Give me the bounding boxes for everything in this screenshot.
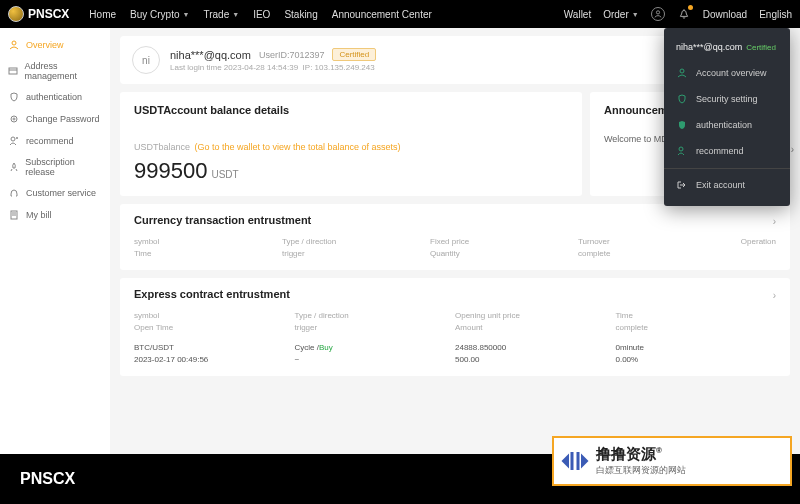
card-icon	[8, 65, 19, 77]
logo-icon	[8, 6, 24, 22]
caret-down-icon: ▼	[632, 11, 639, 18]
nav-staking[interactable]: Staking	[284, 9, 317, 20]
svg-rect-14	[571, 452, 574, 470]
dropdown-exit[interactable]: Exit account	[664, 168, 790, 198]
sidebar-auth[interactable]: authentication	[0, 86, 110, 108]
caret-down-icon: ▼	[232, 11, 239, 18]
user-email: niha***@qq.com	[170, 49, 251, 61]
dropdown-security[interactable]: Security setting	[664, 86, 790, 112]
exit-icon	[676, 179, 688, 191]
shield-icon	[676, 93, 688, 105]
svg-point-5	[13, 118, 15, 120]
chevron-right-icon[interactable]: ›	[773, 290, 776, 301]
dropdown-auth[interactable]: authentication	[664, 112, 790, 138]
brand-logo[interactable]: PNSCX	[8, 6, 69, 22]
svg-point-12	[680, 69, 684, 73]
nav-order[interactable]: Order▼	[603, 9, 639, 20]
sidebar-recommend[interactable]: recommend	[0, 130, 110, 152]
balance-title: USDTAccount balance details	[134, 104, 568, 116]
check-shield-icon	[676, 119, 688, 131]
wallet-link[interactable]: (Go to the wallet to view the total bala…	[194, 142, 400, 152]
sidebar: Overview Address management authenticati…	[0, 28, 110, 454]
sidebar-address[interactable]: Address management	[0, 56, 110, 86]
certified-badge: Certified	[332, 48, 376, 61]
sidebar-change-password[interactable]: Change Password	[0, 108, 110, 130]
user-icon[interactable]	[651, 7, 665, 21]
main-content: ni niha***@qq.com UserID:7012397 Certifi…	[110, 28, 800, 454]
notification-dot	[688, 5, 693, 10]
currency-entrust-panel: Currency transaction entrustment › symbo…	[120, 204, 790, 270]
doc-icon	[8, 209, 20, 221]
headset-icon	[8, 187, 20, 199]
user-icon	[8, 39, 20, 51]
svg-point-1	[12, 41, 16, 45]
dropdown-email: niha***@qq.comCertified	[664, 36, 790, 60]
sidebar-customer[interactable]: Customer service	[0, 182, 110, 204]
watermark-icon	[560, 446, 590, 476]
nav-home[interactable]: Home	[89, 9, 116, 20]
gear-icon	[8, 113, 20, 125]
user-icon	[676, 67, 688, 79]
nav-announcement[interactable]: Announcement Center	[332, 9, 432, 20]
balance-amount: 999500USDT	[134, 158, 568, 184]
brand-name: PNSCX	[28, 7, 69, 21]
invite-icon	[676, 145, 688, 157]
sidebar-subscription[interactable]: Subscription release	[0, 152, 110, 182]
sidebar-overview[interactable]: Overview	[0, 34, 110, 56]
nav-wallet[interactable]: Wallet	[564, 9, 591, 20]
invite-icon	[8, 135, 20, 147]
nav-trade[interactable]: Trade▼	[203, 9, 239, 20]
svg-rect-2	[9, 68, 17, 74]
nav-ieo[interactable]: IEO	[253, 9, 270, 20]
bell-icon[interactable]	[677, 7, 691, 21]
svg-point-13	[679, 147, 683, 151]
sidebar-bill[interactable]: My bill	[0, 204, 110, 226]
caret-down-icon: ▼	[183, 11, 190, 18]
footer-brand: PNSCX	[20, 470, 75, 488]
balance-panel: USDTAccount balance details USDTbalance …	[120, 92, 582, 196]
rocket-icon	[8, 161, 19, 173]
avatar: ni	[132, 46, 160, 74]
nav-download[interactable]: Download	[703, 9, 747, 20]
svg-point-4	[11, 116, 17, 122]
dropdown-overview[interactable]: Account overview	[664, 60, 790, 86]
nav-buy-crypto[interactable]: Buy Crypto▼	[130, 9, 189, 20]
watermark: 撸撸资源® 白嫖互联网资源的网站	[552, 436, 792, 486]
chevron-right-icon[interactable]: ›	[791, 144, 794, 155]
account-dropdown: niha***@qq.comCertified Account overview…	[664, 28, 790, 206]
top-navigation: PNSCX Home Buy Crypto▼ Trade▼ IEO Stakin…	[0, 0, 800, 28]
express-entrust-panel: Express contract entrustment › symbolOpe…	[120, 278, 790, 376]
svg-point-0	[656, 11, 659, 14]
table-row: BTC/USDT2023-02-17 00:49:56 Cycle /Buy~ …	[134, 342, 776, 366]
svg-rect-15	[577, 452, 580, 470]
chevron-right-icon[interactable]: ›	[773, 216, 776, 227]
shield-icon	[8, 91, 20, 103]
user-id: 7012397	[289, 50, 324, 60]
dropdown-recommend[interactable]: recommend	[664, 138, 790, 164]
svg-point-6	[11, 137, 15, 141]
nav-language[interactable]: English	[759, 9, 792, 20]
